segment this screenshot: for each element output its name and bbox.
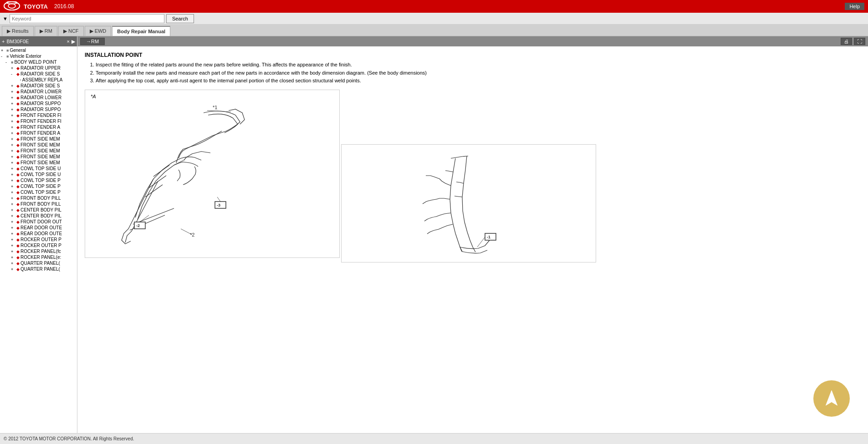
main-area: + BM30F0E × ▶ + ■ General - ■ Vehicle Ex… — [0, 36, 868, 433]
app-title: TOYOTA — [24, 3, 48, 10]
toggle-vehicle-exterior[interactable]: - — [1, 54, 6, 59]
searchbar: ▼ Search — [0, 13, 868, 25]
tab-results[interactable]: ▶ Results — [2, 26, 34, 36]
search-input[interactable] — [10, 14, 164, 23]
sidebar-item-front-body-pill1[interactable]: + ◆ FRONT BODY PILL — [0, 195, 77, 201]
diagram-container-1: *A — [85, 90, 340, 258]
search-button[interactable]: Search — [166, 14, 194, 23]
svg-text:-3: -3 — [217, 203, 220, 207]
sidebar-item-front-door-out[interactable]: + ◆ FRONT DOOR OUT — [0, 219, 77, 225]
tab-body-label: Body Repair Manual — [117, 29, 165, 34]
toggle-rad-side[interactable]: - — [11, 72, 16, 76]
sidebar-item-general[interactable]: + ■ General — [0, 47, 77, 53]
help-button[interactable]: Help — [845, 3, 864, 10]
sidebar-item-vehicle-exterior[interactable]: - ■ Vehicle Exterior — [0, 53, 77, 59]
sidebar-item-rear-door-oute1[interactable]: + ◆ REAR DOOR OUTE — [0, 225, 77, 231]
folder-icon-body-weld: ■ — [11, 60, 13, 65]
sidebar-item-body-weld-point[interactable]: - ■ BODY WELD POINT — [0, 59, 77, 65]
sidebar-item-radiator-upper[interactable]: + ◆ RADIATOR UPPER — [0, 65, 77, 71]
footer: © 2012 TOYOTA MOTOR CORPORATION. All Rig… — [0, 433, 868, 444]
sidebar-item-radiator-lower2[interactable]: + ◆ RADIATOR LOWER — [0, 95, 77, 101]
diagram-label-a: *A — [91, 94, 96, 99]
sidebar-item-front-side-mem5[interactable]: + ◆ FRONT SIDE MEM — [0, 160, 77, 166]
sidebar-item-cowl-top-side-u2[interactable]: + ◆ COWL TOP SIDE U — [0, 172, 77, 177]
sidebar-title: BM30F0E — [6, 39, 29, 44]
toggle-general[interactable]: + — [1, 48, 6, 53]
logo-area: TOYOTA 2016.08 — [4, 1, 74, 11]
sidebar-nav-btn[interactable]: ▶ — [71, 39, 75, 45]
rm-button[interactable]: →RM — [80, 38, 105, 45]
svg-text:*1: *1 — [213, 105, 217, 110]
sidebar-item-quarter-panel2[interactable]: + ◆ QUARTER PANEL( — [0, 266, 77, 272]
tab-bar: ▶ Results ▶ RM ▶ NCF ▶ EWD Body Repair M… — [0, 25, 868, 36]
section-title: INSTALLATION POINT — [85, 52, 861, 58]
instruction-3: After applying the top coat, apply anti-… — [96, 77, 861, 85]
svg-line-11 — [217, 197, 220, 202]
tab-results-label: ▶ Results — [7, 28, 29, 34]
content-panel: →RM 🖨 ⛶ INSTALLATION POINT Inspect the f… — [77, 36, 868, 433]
diagram-container-2: -1 — [341, 144, 596, 262]
instruction-2: Temporarily install the new parts and me… — [96, 69, 861, 77]
sidebar-item-radiator-suppo2[interactable]: + ◆ RADIATOR SUPPO — [0, 106, 77, 112]
svg-text:-2: -2 — [136, 223, 140, 228]
folder-icon-assembly: ▪ — [20, 78, 21, 82]
sidebar-item-front-side-mem4[interactable]: + ◆ FRONT SIDE MEM — [0, 154, 77, 160]
tab-ewd[interactable]: ▶ EWD — [85, 26, 112, 36]
folder-icon-general: ■ — [6, 48, 9, 53]
sidebar-item-rocker-panel-fc[interactable]: + ◆ ROCKER PANEL(fc — [0, 248, 77, 254]
sidebar-item-front-side-mem3[interactable]: + ◆ FRONT SIDE MEM — [0, 148, 77, 154]
sidebar-close-btn[interactable]: × — [67, 39, 70, 45]
sidebar-item-center-body-pil1[interactable]: + ◆ CENTER BODY PIL — [0, 207, 77, 213]
red-icon-rad-upper: ◆ — [16, 66, 20, 71]
tab-ncf[interactable]: ▶ NCF — [58, 26, 84, 36]
svg-text:-1: -1 — [487, 235, 490, 239]
sidebar: + BM30F0E × ▶ + ■ General - ■ Vehicle Ex… — [0, 36, 77, 433]
sidebar-item-front-fender-fi1[interactable]: + ◆ FRONT FENDER FI — [0, 112, 77, 118]
instruction-1: Inspect the fitting of the related parts… — [96, 61, 861, 69]
toggle-rad-upper[interactable]: + — [11, 66, 16, 71]
sidebar-item-rocker-outer-p2[interactable]: + ◆ ROCKER OUTER P — [0, 242, 77, 248]
instruction-list: Inspect the fitting of the related parts… — [96, 61, 861, 85]
search-expand-icon: ▼ — [3, 16, 8, 21]
tab-body[interactable]: Body Repair Manual — [112, 26, 170, 36]
sidebar-item-rocker-panel-e[interactable]: + ◆ ROCKER PANEL(e: — [0, 254, 77, 260]
sidebar-item-front-side-mem1[interactable]: + ◆ FRONT SIDE MEM — [0, 136, 77, 142]
sidebar-item-front-fender-a1[interactable]: + ◆ FRONT FENDER A — [0, 124, 77, 130]
sidebar-item-radiator-lower1[interactable]: + ◆ RADIATOR LOWER — [0, 89, 77, 95]
sidebar-item-front-body-pill2[interactable]: + ◆ FRONT BODY PILL — [0, 201, 77, 207]
sidebar-item-assembly-repla[interactable]: ▪ ASSEMBLY REPLA — [0, 77, 77, 83]
sidebar-item-front-fender-fi2[interactable]: + ◆ FRONT FENDER FI — [0, 118, 77, 124]
copyright-text: © 2012 TOYOTA MOTOR CORPORATION. All Rig… — [4, 436, 134, 441]
sidebar-item-radiator-suppo1[interactable]: + ◆ RADIATOR SUPPO — [0, 101, 77, 106]
content-toolbar: →RM 🖨 ⛶ — [77, 36, 868, 46]
sidebar-item-cowl-top-side-p2[interactable]: + ◆ COWL TOP SIDE P — [0, 183, 77, 189]
tab-ncf-label: ▶ NCF — [63, 28, 79, 34]
sidebar-header: + BM30F0E × ▶ — [0, 36, 77, 46]
print-button[interactable]: 🖨 — [841, 38, 852, 45]
sidebar-item-quarter-panel1[interactable]: + ◆ QUARTER PANEL( — [0, 260, 77, 266]
svg-line-15 — [477, 237, 485, 247]
fullscreen-button[interactable]: ⛶ — [854, 38, 865, 45]
sidebar-item-radiator-side-s2[interactable]: + ◆ RADIATOR SIDE S — [0, 83, 77, 89]
sidebar-item-front-fender-a2[interactable]: + ◆ FRONT FENDER A — [0, 130, 77, 136]
sidebar-item-radiator-side-s[interactable]: - ◆ RADIATOR SIDE S — [0, 71, 77, 77]
sidebar-expand-icon[interactable]: + — [2, 39, 5, 44]
diagram-svg-1: -2 -3 *1 *2 — [94, 99, 331, 254]
toggle-body-weld[interactable]: - — [5, 60, 11, 65]
app-version: 2016.08 — [54, 3, 74, 10]
diagram-svg-2: -1 — [351, 149, 587, 258]
watermark — [813, 380, 850, 417]
toolbar-icons: 🖨 ⛶ — [841, 38, 865, 45]
sidebar-item-front-side-mem2[interactable]: + ◆ FRONT SIDE MEM — [0, 142, 77, 148]
tab-rm[interactable]: ▶ RM — [35, 26, 57, 36]
sidebar-item-rear-door-oute2[interactable]: + ◆ REAR DOOR OUTE — [0, 231, 77, 237]
tab-rm-label: ▶ RM — [40, 28, 52, 34]
sidebar-item-center-body-pil2[interactable]: + ◆ CENTER BODY PIL — [0, 213, 77, 219]
sidebar-item-cowl-top-side-p3[interactable]: + ◆ COWL TOP SIDE P — [0, 189, 77, 195]
sidebar-item-cowl-top-side-u1[interactable]: + ◆ COWL TOP SIDE U — [0, 166, 77, 172]
sidebar-item-rocker-outer-p1[interactable]: + ◆ ROCKER OUTER P — [0, 237, 77, 242]
sidebar-tree: + ■ General - ■ Vehicle Exterior - ■ BOD… — [0, 46, 77, 433]
header: TOYOTA 2016.08 Help — [0, 0, 868, 13]
sidebar-item-cowl-top-side-p1[interactable]: + ◆ COWL TOP SIDE P — [0, 177, 77, 183]
svg-text:*2: *2 — [190, 232, 194, 237]
